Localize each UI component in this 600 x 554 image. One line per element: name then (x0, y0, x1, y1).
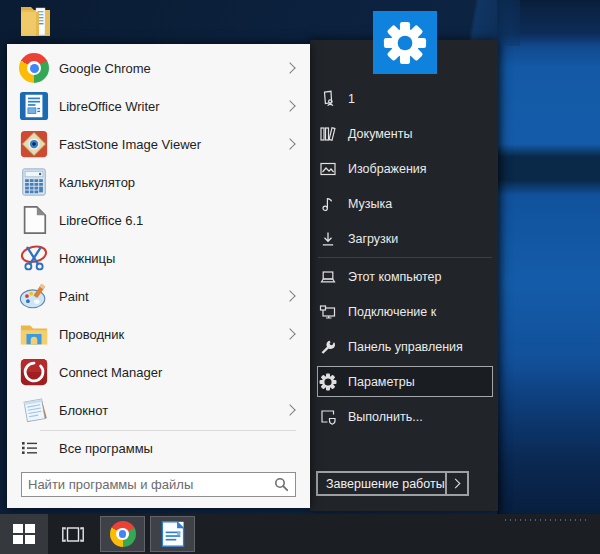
libreoffice-icon (19, 205, 49, 235)
gear-icon (383, 21, 427, 65)
start-menu-item-control-panel[interactable]: Панель управления (310, 329, 498, 364)
shutdown-options-arrow[interactable] (447, 480, 467, 487)
wallpaper-light-beam (497, 0, 600, 514)
menu-divider (318, 257, 492, 258)
place-label: Подключение к (348, 305, 436, 319)
desktop: Google Chrome LibreOffic (0, 0, 600, 554)
wallpaper-sparkles (505, 519, 587, 521)
start-menu-item-user[interactable]: 1 (310, 81, 498, 116)
computer-icon (318, 267, 338, 287)
downloads-icon (318, 229, 338, 249)
start-menu-item-notepad[interactable]: Блокнот (7, 391, 310, 429)
chevron-right-icon (451, 479, 461, 489)
google-chrome-icon (19, 53, 49, 83)
all-programs-icon (22, 441, 37, 455)
faststone-icon (19, 129, 49, 159)
shutdown-button[interactable]: Завершение работы (316, 471, 469, 496)
start-button[interactable] (0, 514, 48, 554)
taskbar-chrome-button[interactable] (100, 516, 145, 552)
place-label: Изображения (348, 162, 427, 176)
place-label: Загрузки (348, 232, 398, 246)
start-menu-item-paint[interactable]: Paint (7, 277, 310, 315)
program-label: Paint (59, 289, 286, 304)
place-label: Документы (348, 127, 412, 141)
program-label: LibreOffice 6.1 (59, 213, 298, 228)
start-menu-item-settings[interactable]: Параметры (317, 366, 493, 397)
program-label: Калькулятор (59, 175, 298, 190)
start-menu-item-explorer[interactable]: Проводник (7, 315, 310, 353)
start-menu-item-google-chrome[interactable]: Google Chrome (7, 49, 310, 87)
documents-icon (318, 124, 338, 144)
place-label: Этот компьютер (348, 270, 441, 284)
start-menu-item-libreoffice[interactable]: LibreOffice 6.1 (7, 201, 310, 239)
submenu-arrow-icon (284, 62, 295, 73)
start-menu-item-snipping-tool[interactable]: Ножницы (7, 239, 310, 277)
program-label: FastStone Image Viewer (59, 137, 286, 152)
start-menu-item-downloads[interactable]: Загрузки (310, 221, 498, 256)
start-menu-item-calculator[interactable]: Калькулятор (7, 163, 310, 201)
start-menu-item-libreoffice-writer[interactable]: LibreOffice Writer (7, 87, 310, 125)
control-panel-icon (318, 337, 338, 357)
settings-icon (318, 372, 338, 392)
start-menu-item-connect-to[interactable]: Подключение к (310, 294, 498, 329)
calculator-icon (19, 167, 49, 197)
submenu-arrow-icon (284, 328, 295, 339)
all-programs-label: Все программы (59, 441, 310, 456)
program-label: Ножницы (59, 251, 298, 266)
start-menu-item-this-pc[interactable]: Этот компьютер (310, 259, 498, 294)
settings-gear-tile[interactable] (373, 11, 437, 74)
task-view-button[interactable] (60, 514, 86, 554)
submenu-arrow-icon (284, 404, 295, 415)
submenu-arrow-icon (284, 138, 295, 149)
start-menu-search-input[interactable] (21, 472, 296, 497)
start-menu-item-music[interactable]: Музыка (310, 186, 498, 221)
task-view-icon (62, 526, 84, 543)
program-label: Google Chrome (59, 61, 286, 76)
submenu-arrow-icon (284, 290, 295, 301)
explorer-icon (19, 319, 49, 349)
submenu-arrow-icon (284, 100, 295, 111)
libreoffice-writer-icon (19, 91, 49, 121)
paint-icon (19, 281, 49, 311)
program-label: Connect Manager (59, 365, 298, 380)
start-menu-item-documents[interactable]: Документы (310, 116, 498, 151)
place-label: 1 (348, 92, 355, 106)
snipping-tool-icon (19, 243, 49, 273)
windows-start-icon (13, 524, 35, 544)
program-label: LibreOffice Writer (59, 99, 286, 114)
connect-manager-icon (19, 357, 49, 387)
search-box (21, 472, 296, 497)
place-label: Параметры (348, 375, 415, 389)
start-menu-item-pictures[interactable]: Изображения (310, 151, 498, 186)
google-chrome-icon (110, 521, 136, 547)
start-menu-item-connect-manager[interactable]: Connect Manager (7, 353, 310, 391)
libreoffice-writer-icon (160, 521, 186, 547)
shutdown-label: Завершение работы (318, 477, 445, 491)
search-icon (274, 477, 289, 492)
place-label: Музыка (348, 197, 392, 211)
start-menu-programs-panel: Google Chrome LibreOffic (7, 44, 310, 508)
desktop-folder-icon[interactable] (20, 3, 51, 37)
music-icon (318, 194, 338, 214)
program-label: Блокнот (59, 403, 286, 418)
taskbar-writer-button[interactable] (150, 516, 195, 552)
menu-divider (40, 430, 296, 431)
program-label: Проводник (59, 327, 286, 342)
place-label: Панель управления (348, 340, 463, 354)
place-label: Выполнить... (348, 410, 423, 424)
start-menu-item-faststone[interactable]: FastStone Image Viewer (7, 125, 310, 163)
start-menu-places-panel: 1 Документы Изображения (310, 40, 498, 511)
remote-connection-icon (318, 302, 338, 322)
start-menu-item-run[interactable]: Выполнить... (310, 399, 498, 434)
pictures-icon (318, 159, 338, 179)
program-list: Google Chrome LibreOffic (7, 44, 310, 497)
user-icon (318, 89, 338, 109)
all-programs-item[interactable]: Все программы (7, 432, 310, 464)
run-icon (318, 407, 338, 427)
notepad-icon (19, 395, 49, 425)
